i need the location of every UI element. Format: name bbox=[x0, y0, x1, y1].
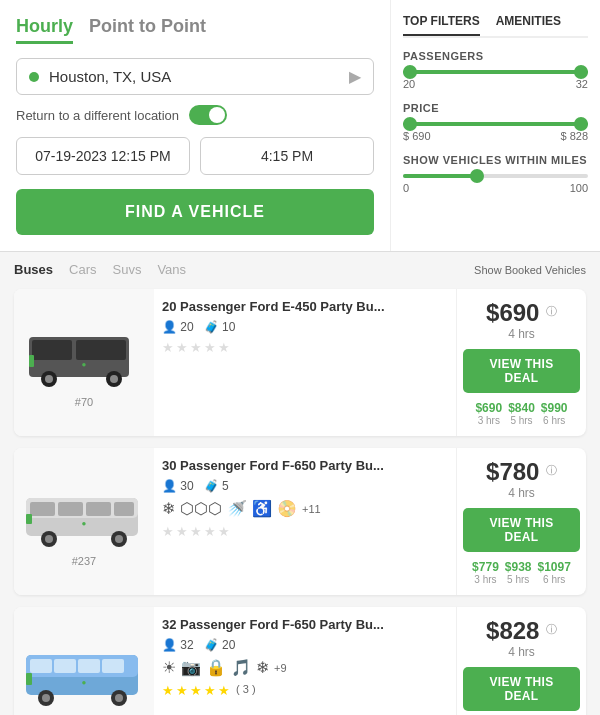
vehicle-stars: ★ ★ ★ ★ ★ ( 3 ) bbox=[162, 683, 448, 698]
location-dot bbox=[29, 72, 39, 82]
cat-tab-suvs[interactable]: Suvs bbox=[112, 262, 141, 277]
price-slider-min-thumb[interactable] bbox=[403, 117, 417, 131]
cat-tab-cars[interactable]: Cars bbox=[69, 262, 96, 277]
alt-price-3[interactable]: $1097 6 hrs bbox=[538, 560, 571, 585]
vehicle-card: ● #70 20 Passenger Ford E-450 Party Bu..… bbox=[14, 289, 586, 436]
filter-tabs: TOP FILTERS AMENITIES bbox=[403, 14, 588, 38]
price-duration: 4 hrs bbox=[508, 486, 535, 500]
alt-price-1[interactable]: $779 3 hrs bbox=[472, 560, 499, 585]
alt-price-1[interactable]: $690 3 hrs bbox=[475, 401, 502, 426]
cat-tab-buses[interactable]: Buses bbox=[14, 262, 53, 277]
star-1: ★ bbox=[162, 340, 174, 355]
filter-tab-amenities[interactable]: AMENITIES bbox=[496, 14, 561, 36]
view-deal-button[interactable]: VIEW THIS DEAL bbox=[463, 508, 580, 552]
return-label: Return to a different location bbox=[16, 108, 179, 123]
svg-rect-19 bbox=[26, 514, 32, 524]
tab-point-to-point[interactable]: Point to Point bbox=[89, 16, 206, 44]
vehicle-name: 30 Passenger Ford F-650 Party Bu... bbox=[162, 458, 448, 473]
svg-rect-31 bbox=[26, 673, 32, 685]
tab-hourly[interactable]: Hourly bbox=[16, 16, 73, 44]
alt-price-3[interactable]: $990 6 hrs bbox=[541, 401, 568, 426]
amenity-ac: ❄ bbox=[162, 499, 175, 518]
return-toggle-row: Return to a different location bbox=[16, 105, 374, 125]
filter-tab-top[interactable]: TOP FILTERS bbox=[403, 14, 480, 36]
alt-price-2[interactable]: $840 5 hrs bbox=[508, 401, 535, 426]
passengers-slider-track[interactable] bbox=[403, 70, 588, 74]
vehicle-image-wrap: ● #70 bbox=[14, 289, 154, 436]
amenity-accessible: ♿ bbox=[252, 499, 272, 518]
vehicle-image: ● bbox=[24, 635, 144, 710]
price-slider-values: $ 690 $ 828 bbox=[403, 130, 588, 142]
miles-slider-values: 0 100 bbox=[403, 182, 588, 194]
svg-rect-12 bbox=[58, 502, 83, 516]
price-max-value: $ 828 bbox=[560, 130, 588, 142]
main-price: $828 ⓘ bbox=[486, 617, 557, 645]
luggage-count: 🧳 20 bbox=[204, 638, 236, 652]
passengers-max-value: 32 bbox=[576, 78, 588, 90]
amenity-plus: +11 bbox=[302, 503, 321, 515]
view-deal-button[interactable]: VIEW THIS DEAL bbox=[463, 667, 580, 711]
vehicle-meta: 👤 20 🧳 10 bbox=[162, 320, 448, 334]
luggage-count: 🧳 10 bbox=[204, 320, 236, 334]
info-icon[interactable]: ⓘ bbox=[546, 464, 557, 476]
amenity-music: 🎵 bbox=[231, 658, 251, 677]
navigate-icon: ▶ bbox=[349, 67, 361, 86]
passengers-slider-min-thumb[interactable] bbox=[403, 65, 417, 79]
vehicle-image-wrap: ● #237 bbox=[14, 448, 154, 595]
price-slider-track[interactable] bbox=[403, 122, 588, 126]
svg-text:●: ● bbox=[82, 678, 87, 687]
svg-rect-11 bbox=[30, 502, 55, 516]
star-5: ★ bbox=[218, 340, 230, 355]
amenity-lock: 🔒 bbox=[206, 658, 226, 677]
vehicle-image-wrap: ● #164 bbox=[14, 607, 154, 715]
vehicle-image: ● bbox=[24, 476, 144, 551]
amenity-plus: +9 bbox=[274, 662, 287, 674]
miles-slider-thumb[interactable] bbox=[470, 169, 484, 183]
alt-prices: $779 3 hrs $938 5 hrs $1097 6 hrs bbox=[472, 560, 571, 585]
alt-prices: $690 3 hrs $840 5 hrs $990 6 hrs bbox=[475, 401, 567, 426]
location-input-row[interactable]: ▶ bbox=[16, 58, 374, 95]
return-toggle[interactable] bbox=[189, 105, 227, 125]
svg-rect-2 bbox=[76, 340, 126, 360]
svg-text:●: ● bbox=[82, 519, 87, 528]
view-deal-button[interactable]: VIEW THIS DEAL bbox=[463, 349, 580, 393]
vehicle-card: ● #164 32 Passenger Ford F-650 Party Bu.… bbox=[14, 607, 586, 715]
star-2: ★ bbox=[176, 340, 188, 355]
vehicle-price-panel: $690 ⓘ 4 hrs VIEW THIS DEAL $690 3 hrs $… bbox=[456, 289, 586, 436]
passengers-slider-max-thumb[interactable] bbox=[574, 65, 588, 79]
time-input[interactable]: 4:15 PM bbox=[200, 137, 374, 175]
svg-rect-24 bbox=[54, 659, 76, 673]
info-icon[interactable]: ⓘ bbox=[546, 623, 557, 635]
amenity-sun: ☀ bbox=[162, 658, 176, 677]
vehicle-id: #237 bbox=[72, 555, 96, 567]
vehicle-name: 32 Passenger Ford F-650 Party Bu... bbox=[162, 617, 448, 632]
price-duration: 4 hrs bbox=[508, 327, 535, 341]
alt-price-2[interactable]: $938 5 hrs bbox=[505, 560, 532, 585]
price-slider-max-thumb[interactable] bbox=[574, 117, 588, 131]
vehicle-id: #70 bbox=[75, 396, 93, 408]
vehicle-amenities: ☀ 📷 🔒 🎵 ❄ +9 bbox=[162, 658, 448, 677]
svg-point-28 bbox=[42, 694, 50, 702]
miles-min-value: 0 bbox=[403, 182, 409, 194]
main-price: $690 ⓘ bbox=[486, 299, 557, 327]
svg-point-16 bbox=[45, 535, 53, 543]
price-value: $690 bbox=[486, 299, 539, 326]
vehicle-amenities: ❄ ⬡⬡⬡ 🚿 ♿ 📀 +11 bbox=[162, 499, 448, 518]
find-vehicle-button[interactable]: FIND A VEHICLE bbox=[16, 189, 374, 235]
vehicle-image: ● bbox=[24, 317, 144, 392]
vehicle-details: 20 Passenger Ford E-450 Party Bu... 👤 20… bbox=[154, 289, 456, 436]
date-input[interactable]: 07-19-2023 12:15 PM bbox=[16, 137, 190, 175]
passengers-slider-values: 20 32 bbox=[403, 78, 588, 90]
review-count: ( 3 ) bbox=[236, 683, 256, 698]
passenger-count: 👤 32 bbox=[162, 638, 194, 652]
datetime-row: 07-19-2023 12:15 PM 4:15 PM bbox=[16, 137, 374, 175]
show-booked-toggle[interactable]: Show Booked Vehicles bbox=[474, 264, 586, 276]
passengers-label: PASSENGERS bbox=[403, 50, 588, 62]
amenity-restroom: 🚿 bbox=[227, 499, 247, 518]
toggle-knob bbox=[209, 107, 225, 123]
location-input[interactable] bbox=[49, 68, 349, 85]
miles-slider-track[interactable] bbox=[403, 174, 588, 178]
category-tabs: Buses Cars Suvs Vans Show Booked Vehicle… bbox=[14, 262, 586, 277]
info-icon[interactable]: ⓘ bbox=[546, 305, 557, 317]
cat-tab-vans[interactable]: Vans bbox=[157, 262, 186, 277]
